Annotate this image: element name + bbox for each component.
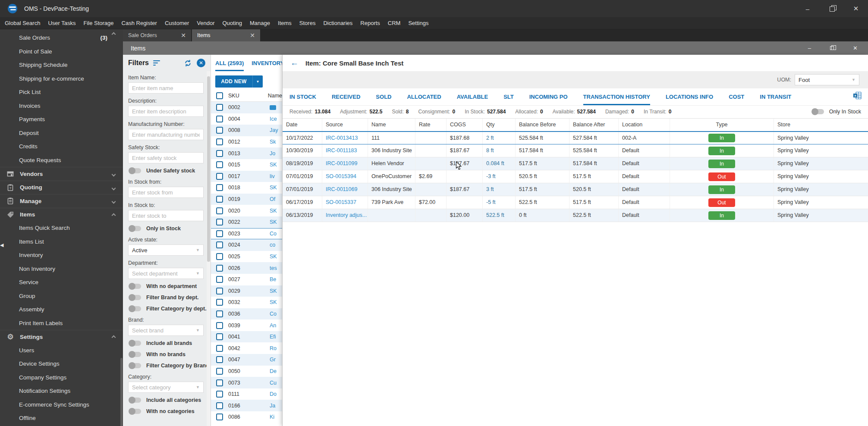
- sidebar-item[interactable]: Shipping for e-commerce: [0, 72, 123, 86]
- sidebar-item[interactable]: Items Quick Search: [0, 221, 123, 235]
- item-row[interactable]: 0026 tes: [211, 262, 282, 274]
- detail-tab[interactable]: INCOMING PO: [529, 94, 568, 105]
- item-row[interactable]: 0018 SK: [211, 182, 282, 194]
- column-header[interactable]: Type: [670, 119, 774, 131]
- detail-tab[interactable]: TRANSACTION HISTORY: [583, 94, 650, 105]
- row-checkbox[interactable]: [216, 196, 223, 203]
- row-checkbox[interactable]: [216, 253, 223, 260]
- column-header[interactable]: Name: [368, 119, 415, 131]
- row-checkbox[interactable]: [216, 333, 223, 340]
- row-checkbox[interactable]: [216, 219, 223, 226]
- cell-source-link[interactable]: SO-0015337: [322, 196, 368, 209]
- sidebar-item[interactable]: Users: [0, 344, 123, 357]
- row-checkbox[interactable]: [216, 207, 223, 214]
- row-checkbox[interactable]: [216, 276, 223, 283]
- close-button[interactable]: ✕: [853, 45, 858, 51]
- sidebar-item[interactable]: Items List: [0, 235, 123, 249]
- item-row[interactable]: 0111 Do: [211, 388, 282, 400]
- sidebar-item[interactable]: Invoices: [0, 99, 123, 113]
- sidebar-item[interactable]: Credits: [0, 140, 123, 153]
- item-row[interactable]: 0041 Efi: [211, 331, 282, 343]
- column-header[interactable]: Store: [774, 119, 868, 131]
- transaction-row[interactable]: 06/17/2019 SO-0015337 739 Park Ave $72.0…: [283, 196, 868, 209]
- item-row[interactable]: 0086 Ki: [211, 411, 282, 423]
- minimize-button[interactable]: –: [808, 45, 811, 51]
- row-checkbox[interactable]: [216, 288, 223, 294]
- close-icon[interactable]: ✕: [181, 32, 186, 39]
- item-row[interactable]: 0017 liv: [211, 171, 282, 182]
- restore-button[interactable]: [830, 46, 834, 50]
- menu-item[interactable]: File Storage: [79, 17, 117, 29]
- sidebar-section-manage[interactable]: Manage: [0, 194, 123, 208]
- detail-tab[interactable]: RECEIVED: [332, 94, 360, 105]
- detail-tab[interactable]: SLT: [503, 94, 514, 105]
- item-name-input[interactable]: [128, 82, 204, 94]
- column-header[interactable]: Qty: [483, 119, 516, 131]
- menu-item[interactable]: Manage: [246, 17, 274, 29]
- safety-stock-input[interactable]: [128, 152, 204, 163]
- item-row[interactable]: 0004 Ice: [211, 113, 282, 125]
- sidebar-item[interactable]: Service: [0, 276, 123, 289]
- back-arrow-icon[interactable]: ←: [290, 58, 299, 68]
- menu-item[interactable]: Stores: [296, 17, 320, 29]
- add-new-button[interactable]: ADD NEW: [215, 75, 252, 88]
- detail-tab[interactable]: SOLD: [376, 94, 391, 105]
- sidebar-item[interactable]: Payments: [0, 113, 123, 126]
- filters-scrollbar[interactable]: [207, 71, 211, 426]
- row-checkbox[interactable]: [216, 322, 223, 329]
- manufacturing-number-input[interactable]: [128, 129, 204, 140]
- column-header[interactable]: COGS: [447, 119, 483, 131]
- tab-all[interactable]: ALL (2593): [215, 60, 244, 71]
- sidebar-item[interactable]: Group: [0, 289, 123, 303]
- cell-source-link[interactable]: IRC-0013413: [322, 132, 368, 144]
- category-select[interactable]: Select category ▼: [128, 382, 204, 393]
- transaction-row[interactable]: 07/01/2019 SO-0015394 OnePoCustomer $2.6…: [283, 170, 868, 183]
- item-row[interactable]: 0008 Jay: [211, 125, 282, 136]
- row-checkbox[interactable]: [216, 368, 223, 375]
- row-checkbox[interactable]: [216, 310, 223, 317]
- menu-item[interactable]: Settings: [404, 17, 432, 29]
- item-row[interactable]: 0002: [211, 102, 282, 113]
- column-header[interactable]: Source: [322, 119, 368, 131]
- menu-item[interactable]: Cash Register: [118, 17, 161, 29]
- uom-select[interactable]: Foot ▼: [795, 74, 859, 85]
- item-row[interactable]: 0073 Cu: [211, 377, 282, 388]
- only-in-stock-toggle[interactable]: [129, 226, 141, 231]
- filter-toggle[interactable]: [129, 363, 141, 368]
- under-safety-stock-toggle[interactable]: [129, 168, 141, 173]
- sidebar-item[interactable]: Non Inventory: [0, 262, 123, 276]
- item-row[interactable]: 0022 SK: [211, 216, 282, 228]
- sidebar-item[interactable]: Offline: [0, 411, 123, 425]
- menu-item[interactable]: Quoting: [218, 17, 246, 29]
- item-row[interactable]: 0024 co: [211, 239, 282, 251]
- tab-items[interactable]: Items ✕: [192, 29, 260, 41]
- item-row[interactable]: 0025 SK: [211, 251, 282, 263]
- item-row[interactable]: 0032 SK: [211, 297, 282, 308]
- detail-tab[interactable]: ALLOCATED: [407, 94, 441, 105]
- row-checkbox[interactable]: [216, 265, 223, 272]
- cell-source-link[interactable]: IRC-0011099: [322, 157, 368, 170]
- filter-toggle[interactable]: [129, 352, 141, 357]
- item-row[interactable]: 0020 SK: [211, 205, 282, 216]
- description-input[interactable]: [128, 106, 204, 117]
- detail-tab[interactable]: IN STOCK: [289, 94, 316, 105]
- item-row[interactable]: 0012 Sk: [211, 136, 282, 148]
- tab-inventory[interactable]: INVENTORY: [252, 60, 282, 71]
- filter-toggle[interactable]: [129, 409, 141, 414]
- close-button[interactable]: ✕: [844, 0, 868, 17]
- item-row[interactable]: 0027 Be: [211, 274, 282, 285]
- menu-item[interactable]: Dictionaries: [319, 17, 356, 29]
- clear-filters-icon[interactable]: ✕: [197, 59, 205, 67]
- column-header[interactable]: Location: [619, 119, 670, 131]
- menu-item[interactable]: Customer: [161, 17, 193, 29]
- refresh-icon[interactable]: [183, 58, 192, 68]
- row-checkbox[interactable]: [216, 356, 223, 363]
- sidebar-item[interactable]: Notification Settings: [0, 384, 123, 398]
- sidebar-item[interactable]: E-commerce Sync Settings: [0, 398, 123, 412]
- sidebar-item[interactable]: Quote Requests: [0, 153, 123, 167]
- row-checkbox[interactable]: [216, 345, 223, 352]
- row-checkbox[interactable]: [216, 241, 223, 248]
- sidebar-section-vendors[interactable]: Vendors: [0, 167, 123, 181]
- row-checkbox[interactable]: [216, 184, 223, 191]
- detail-tab[interactable]: COST: [729, 94, 744, 105]
